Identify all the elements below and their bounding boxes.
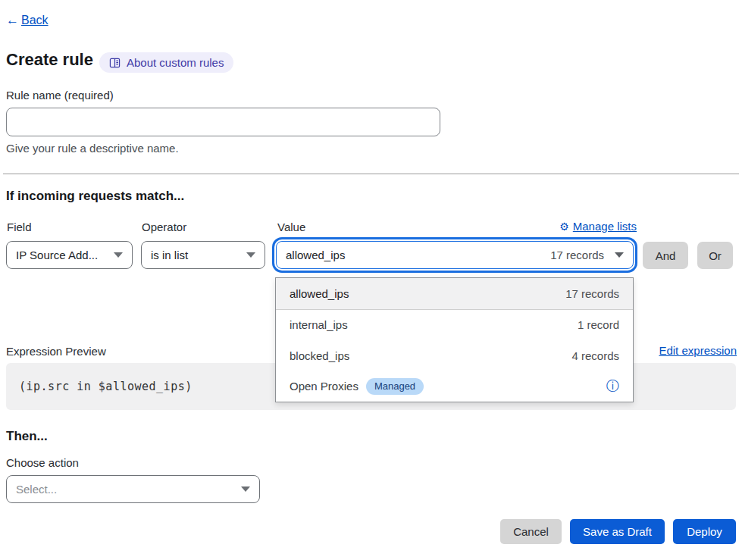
- or-button[interactable]: Or: [697, 242, 733, 269]
- chevron-down-icon: [114, 252, 123, 258]
- list-option-name: Open Proxies: [290, 380, 358, 393]
- field-label: Field: [7, 221, 32, 233]
- gear-icon: ⚙: [559, 221, 569, 232]
- list-option-internal-ips[interactable]: internal_ips 1 record: [276, 310, 633, 341]
- about-custom-rules-label: About custom rules: [127, 56, 224, 69]
- list-option-name: internal_ips: [290, 318, 348, 331]
- back-link[interactable]: ← Back: [6, 13, 49, 28]
- save-as-draft-button[interactable]: Save as Draft: [570, 519, 665, 544]
- chevron-down-icon: [246, 252, 255, 258]
- choose-action-select[interactable]: Select...: [6, 475, 260, 503]
- deploy-button[interactable]: Deploy: [673, 519, 736, 544]
- manage-lists-link[interactable]: ⚙ Manage lists: [559, 220, 637, 233]
- create-rule-page: ← Back Create rule About custom rules Ru…: [0, 0, 742, 560]
- operator-select[interactable]: is in list: [141, 241, 265, 269]
- edit-expression-label: Edit expression: [659, 344, 737, 357]
- chevron-down-icon: [615, 252, 624, 258]
- operator-label: Operator: [142, 221, 186, 233]
- rule-name-label: Rule name (required): [6, 89, 114, 102]
- page-title: Create rule: [6, 50, 93, 70]
- list-option-blocked-ips[interactable]: blocked_ips 4 records: [276, 340, 633, 371]
- list-option-open-proxies[interactable]: Open Proxies Managed ⓘ: [276, 371, 633, 402]
- list-option-name: blocked_ips: [290, 349, 349, 362]
- expression-preview-label: Expression Preview: [6, 345, 106, 358]
- cancel-button[interactable]: Cancel: [500, 519, 562, 544]
- about-custom-rules-link[interactable]: About custom rules: [99, 52, 233, 73]
- list-option-record-count: 4 records: [571, 349, 619, 362]
- book-icon: [109, 58, 121, 68]
- and-button[interactable]: And: [643, 242, 688, 269]
- edit-expression-link[interactable]: Edit expression: [659, 344, 737, 357]
- rule-name-input[interactable]: [6, 108, 440, 136]
- back-arrow-icon: ←: [6, 13, 19, 28]
- list-option-record-count: 1 record: [578, 318, 619, 331]
- value-label: Value: [277, 221, 305, 233]
- manage-lists-label: Manage lists: [573, 220, 637, 233]
- operator-select-value: is in list: [151, 249, 188, 261]
- choose-action-placeholder: Select...: [16, 483, 57, 496]
- list-option-allowed-ips[interactable]: allowed_ips 17 records: [276, 278, 633, 310]
- chevron-down-icon: [241, 486, 250, 492]
- list-option-name: allowed_ips: [290, 287, 349, 300]
- rule-name-helper: Give your rule a descriptive name.: [6, 142, 179, 155]
- match-section-heading: If incoming requests match...: [6, 189, 184, 204]
- info-icon[interactable]: ⓘ: [606, 380, 619, 393]
- then-section-heading: Then...: [6, 429, 48, 444]
- list-option-record-count: 17 records: [565, 287, 619, 300]
- value-select-value: allowed_ips: [286, 249, 345, 261]
- choose-action-label: Choose action: [6, 456, 79, 469]
- section-divider: [3, 174, 739, 174]
- value-select[interactable]: allowed_ips 17 records: [276, 241, 634, 269]
- list-dropdown-menu: allowed_ips 17 records internal_ips 1 re…: [275, 277, 634, 402]
- field-select-value: IP Source Add...: [16, 249, 98, 261]
- back-link-label: Back: [21, 14, 49, 27]
- value-select-record-count: 17 records: [550, 249, 604, 261]
- managed-badge: Managed: [366, 378, 424, 395]
- expression-code: (ip.src in $allowed_ips): [19, 380, 193, 393]
- field-select[interactable]: IP Source Add...: [6, 241, 133, 269]
